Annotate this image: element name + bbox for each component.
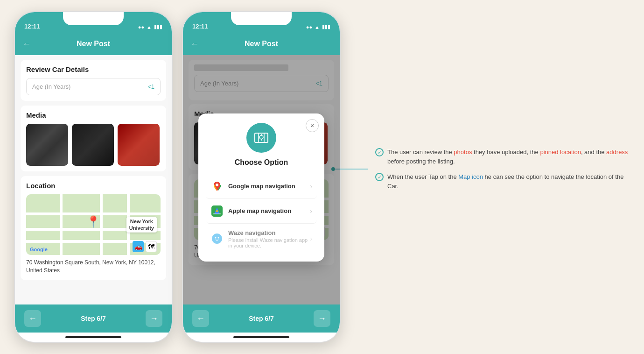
phone2-nav-bar: ← New Post	[183, 33, 340, 55]
phone2-notch	[231, 12, 292, 25]
connector-row: The user can review the photos they have…	[331, 148, 630, 191]
phone1-signal-icon: ●●	[138, 24, 144, 30]
apple-maps-text: Apple map navigation	[228, 207, 310, 214]
modal-option-waze: Waze navigation Please install Waze navi…	[206, 224, 317, 254]
map-pin: 📍	[86, 215, 100, 228]
apple-maps-svg	[211, 205, 223, 217]
map-icon-svg	[253, 129, 270, 146]
phone2-prev-button[interactable]: ←	[192, 310, 209, 327]
phone2-frame: 12:11 ●● ▲ ▮▮▮ ← New Post Age (In Years)	[182, 11, 341, 343]
apple-maps-arrow: ›	[310, 207, 312, 215]
phone1-map-bg: 📍 New YorkUniversity Google 🚗 🗺	[26, 194, 161, 255]
annotation-check-2	[375, 173, 384, 181]
phone1-next-arrow: →	[150, 314, 158, 324]
choose-option-modal: × Choose Option	[198, 113, 324, 262]
google-maps-label: Google map navigation	[228, 183, 310, 190]
phone1-media-title: Media	[26, 111, 161, 119]
highlight-pinned: pinned location	[540, 149, 581, 156]
svg-point-3	[216, 210, 218, 212]
phone1-home-bar	[65, 336, 121, 338]
svg-point-4	[212, 234, 222, 244]
highlight-photos: photos	[454, 149, 472, 156]
modal-close-icon: ×	[310, 122, 314, 129]
phone1-home-indicator	[15, 333, 172, 342]
connector-container: The user can review the photos they have…	[331, 148, 630, 202]
waze-arrow: ›	[310, 235, 312, 242]
google-maps-text: Google map navigation	[228, 183, 310, 190]
apple-maps-icon	[210, 205, 224, 218]
connector-line	[335, 169, 368, 170]
phone1-prev-arrow: ←	[28, 314, 37, 324]
modal-map-icon	[246, 123, 276, 153]
phone2-next-arrow: →	[318, 314, 326, 324]
highlight-address: address	[606, 149, 628, 156]
modal-close-button[interactable]: ×	[306, 119, 319, 132]
phone1-battery-icon: ▮▮▮	[154, 24, 162, 30]
phone1-media-grid	[26, 124, 161, 166]
modal-overlay: × Choose Option	[183, 98, 340, 276]
waze-sublabel: Please install Waze navigation app in yo…	[228, 237, 310, 248]
phone1-media-thumb-3[interactable]	[118, 124, 160, 166]
phone2-next-button[interactable]: →	[314, 310, 330, 327]
modal-option-google[interactable]: Google map navigation ›	[206, 174, 317, 199]
map-nav-icons: 🚗 🗺	[133, 241, 157, 252]
modal-title: Choose Option	[206, 158, 317, 167]
phone1-media-thumb-2[interactable]	[72, 124, 114, 166]
phone1-content: Review Car Details Age (In Years) <1 Med…	[15, 55, 172, 304]
phone2-battery-icon: ▮▮▮	[322, 24, 330, 30]
map-road-v1	[60, 194, 63, 255]
google-maps-arrow: ›	[310, 183, 312, 190]
annotation-note-2: When the user Tap on the Map icon he can…	[375, 172, 630, 191]
google-logo: Google	[30, 247, 48, 252]
waze-text: Waze navigation Please install Waze navi…	[228, 229, 310, 248]
annotation-note-1: The user can review the photos they have…	[375, 148, 630, 166]
map-road-h1	[26, 212, 161, 215]
highlight-map-icon: Map icon	[458, 173, 483, 180]
phone1-age-label: Age (In Years)	[32, 83, 70, 90]
phone2-home-indicator	[183, 333, 340, 342]
svg-point-1	[259, 135, 263, 139]
phone1-nav-title: New Post	[77, 40, 110, 48]
phone1-location-section: Location 📍 New YorkUniversity Google	[21, 176, 166, 280]
phone1-map[interactable]: 📍 New YorkUniversity Google 🚗 🗺	[26, 194, 161, 255]
annotation-area: The user can review the photos they have…	[350, 148, 630, 206]
phone1-thumb-exterior	[118, 124, 160, 166]
phone1-time: 12:11	[24, 23, 40, 30]
phone1-media-section: Media	[21, 106, 166, 171]
waze-svg	[211, 233, 223, 244]
google-maps-svg	[211, 181, 223, 192]
waze-icon	[210, 232, 224, 245]
modal-option-apple[interactable]: Apple map navigation ›	[206, 199, 317, 224]
google-maps-icon	[210, 180, 224, 193]
svg-point-6	[218, 237, 219, 239]
phone2-nav-title: New Post	[245, 40, 278, 48]
annotation-text-2: When the user Tap on the Map icon he can…	[387, 172, 630, 191]
phone1-back-button[interactable]: ←	[22, 39, 31, 49]
waze-label: Waze navigation	[228, 229, 310, 236]
phone1-prev-button[interactable]: ←	[24, 310, 41, 327]
annotation-text-1: The user can review the photos they have…	[387, 148, 630, 166]
map-location-label: New YorkUniversity	[126, 217, 157, 233]
phone1-status-icons: ●● ▲ ▮▮▮	[138, 24, 162, 30]
phone1-review-title: Review Car Details	[26, 65, 161, 73]
apple-maps-label: Apple map navigation	[228, 207, 310, 214]
phone1-thumb-interior	[72, 124, 114, 166]
phone2-wifi-icon: ▲	[315, 24, 320, 30]
google-nav-icon[interactable]: 🗺	[146, 241, 157, 252]
svg-point-5	[215, 237, 217, 239]
phone2-step-label: Step 6/7	[249, 315, 274, 322]
phone2-home-bar	[233, 336, 289, 338]
phone1-age-field[interactable]: Age (In Years) <1	[26, 78, 161, 95]
phone1-address: 70 Washington Square South, New York, NY…	[26, 259, 161, 275]
phone1-thumb-dashboard	[26, 124, 68, 166]
phone1-step-label: Step 6/7	[81, 315, 106, 322]
phone2-signal-icon: ●●	[306, 24, 312, 30]
phone2-content: Age (In Years) <1 Media	[183, 55, 340, 304]
phone2-back-button[interactable]: ←	[190, 39, 199, 49]
phone1-review-section: Review Car Details Age (In Years) <1	[21, 60, 166, 101]
phone1-next-button[interactable]: →	[146, 310, 162, 327]
phone1-age-value: <1	[147, 83, 154, 90]
phone1-media-thumb-1[interactable]	[26, 124, 68, 166]
phone1-nav-bar: ← New Post	[15, 33, 172, 55]
waze-nav-icon[interactable]: 🚗	[133, 241, 144, 252]
